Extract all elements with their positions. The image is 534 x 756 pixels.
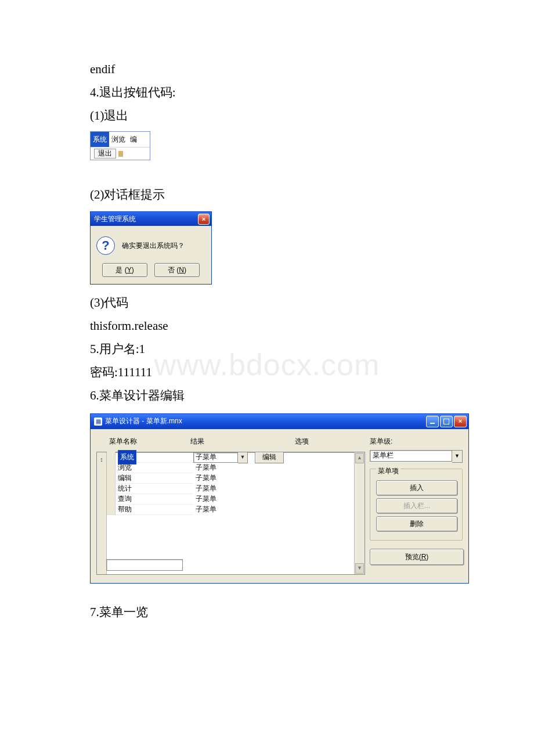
chevron-down-icon[interactable]: ▼ (238, 452, 248, 463)
question-icon: ? (96, 236, 115, 255)
no-hotkey: N (179, 264, 184, 277)
row-gutter[interactable] (107, 452, 116, 463)
paren-close: ) (184, 264, 186, 277)
menu-strip-top: 系统 浏览 编 (91, 132, 150, 148)
grid-row[interactable]: 查询 子菜单 (107, 494, 354, 505)
window-controls: × (426, 416, 467, 427)
designer-titlebar[interactable]: ▦ 菜单设计器 - 菜单新.mnx × (91, 414, 468, 429)
menu-items-fieldset: 菜单项 插入 插入栏... 删除 (370, 469, 463, 541)
menu-designer-window: ▦ 菜单设计器 - 菜单新.mnx × 菜单名称 结果 选项 ↕ (90, 413, 469, 584)
text-release: thisform.release (90, 315, 444, 338)
text-s4-3: (3)代码 (90, 291, 444, 315)
grid-rows: 系统 子菜单 ▼ 编辑 浏览 子菜单 (107, 452, 354, 574)
designer-right-panel: 菜单级: 菜单栏 ▼ 菜单项 插入 插入栏... 删除 预览(R) (370, 435, 463, 575)
insert-button[interactable]: 插入 (376, 480, 457, 495)
text-s6: 6.菜单设计器编辑 (90, 384, 444, 408)
menu-strip-dropdown: 退出 (91, 147, 150, 160)
designer-body: 菜单名称 结果 选项 ↕ 系统 子菜单 ▼ (91, 429, 468, 583)
preview-button[interactable]: 预览(R) (370, 549, 464, 565)
text-endif: endif (90, 58, 444, 81)
menu-strip-item-browse[interactable]: 浏览 (109, 132, 128, 147)
dialog-buttons: 是 (Y) 否 (N) (91, 260, 211, 284)
sort-handle[interactable]: ↕ (97, 452, 107, 574)
cell-result: 子菜单 (193, 505, 254, 515)
dialog-close-button[interactable]: × (198, 214, 210, 225)
grid-scrollbar[interactable]: ▲ ▼ (354, 452, 365, 574)
row-gutter[interactable] (107, 504, 116, 515)
text-s4: 4.退出按钮代码: (90, 81, 444, 105)
menu-strip: 系统 浏览 编 退出 (90, 131, 150, 161)
paren-close: ) (132, 264, 134, 277)
menu-level-value[interactable]: 菜单栏 (370, 450, 452, 462)
yes-hotkey: Y (127, 264, 132, 277)
no-prefix: 否 ( (168, 264, 179, 277)
grid-row[interactable]: 统计 子菜单 (107, 484, 354, 494)
row-gutter[interactable] (107, 473, 116, 484)
scroll-down-icon[interactable]: ▼ (355, 563, 364, 574)
dialog-titlebar[interactable]: 学生管理系统 × (91, 212, 211, 226)
text-s7: 7.菜单一览 (90, 601, 444, 624)
header-menuname: 菜单名称 (109, 435, 190, 448)
minimize-button[interactable] (426, 416, 439, 427)
row-gutter[interactable] (107, 483, 116, 494)
dialog-title: 学生管理系统 (94, 213, 136, 226)
insert-bar-button[interactable]: 插入栏... (376, 498, 457, 513)
header-option: 选项 (295, 435, 309, 448)
designer-title-text: 菜单设计器 - 菜单新.mnx (105, 415, 182, 428)
grid-headers: 菜单名称 结果 选项 (96, 435, 365, 452)
chevron-down-icon[interactable]: ▼ (452, 450, 463, 463)
dialog-body: ? 确实要退出系统吗？ (91, 226, 211, 260)
delete-button[interactable]: 删除 (376, 516, 457, 531)
text-s5-pw: 密码:111111 (90, 361, 444, 384)
text-s5: 5.用户名:1 (90, 338, 444, 361)
folder-icon (118, 151, 123, 157)
menu-level-label: 菜单级: (370, 435, 463, 448)
grid-row[interactable]: 系统 子菜单 ▼ 编辑 (107, 452, 354, 463)
row-gutter[interactable] (107, 494, 116, 505)
menu-strip-item-system[interactable]: 系统 (91, 132, 109, 147)
row-gutter[interactable] (107, 462, 116, 473)
scroll-up-icon[interactable]: ▲ (355, 453, 364, 463)
yes-prefix: 是 ( (116, 264, 127, 277)
preview-hotkey: R (421, 550, 427, 564)
close-button[interactable]: × (454, 416, 467, 427)
grid-row[interactable]: 帮助 子菜单 (107, 505, 354, 515)
new-item-input[interactable] (106, 559, 183, 571)
edit-button[interactable]: 编辑 (255, 452, 284, 463)
designer-icon: ▦ (94, 417, 102, 426)
text-s4-2: (2)对话框提示 (90, 183, 444, 207)
preview-pre: 预览( (405, 550, 421, 564)
menu-strip-item-edit[interactable]: 编 (128, 132, 142, 147)
confirm-dialog: 学生管理系统 × ? 确实要退出系统吗？ 是 (Y) 否 (N) (90, 211, 212, 285)
menu-grid: ↕ 系统 子菜单 ▼ 编辑 (96, 452, 365, 575)
preview-post: ) (426, 550, 428, 564)
dialog-message: 确实要退出系统吗？ (122, 239, 185, 253)
cell-name[interactable]: 帮助 (116, 504, 193, 515)
fieldset-title: 菜单项 (376, 465, 400, 478)
menu-strip-exit-item[interactable]: 退出 (94, 149, 116, 159)
header-result: 结果 (190, 435, 295, 448)
document-page: endif 4.退出按钮代码: (1)退出 系统 浏览 编 退出 (2)对话框提… (0, 0, 534, 659)
text-s4-1: (1)退出 (90, 105, 444, 128)
maximize-button[interactable] (440, 416, 453, 427)
dialog-yes-button[interactable]: 是 (Y) (102, 263, 147, 277)
dialog-no-button[interactable]: 否 (N) (154, 263, 200, 277)
cell-name-text: 帮助 (118, 503, 132, 516)
grid-row[interactable]: 编辑 子菜单 (107, 473, 354, 484)
menu-level-combo[interactable]: 菜单栏 ▼ (370, 450, 463, 463)
designer-left-panel: 菜单名称 结果 选项 ↕ 系统 子菜单 ▼ (96, 435, 365, 575)
grid-row[interactable]: 浏览 子菜单 (107, 463, 354, 473)
